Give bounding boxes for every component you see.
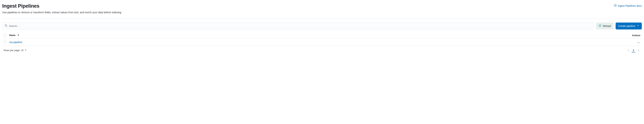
reload-label: Reload [603, 24, 611, 27]
table-header-row: Name Actions [2, 32, 642, 39]
chevron-down-icon [637, 24, 639, 27]
dot-icon [639, 42, 640, 43]
search-input[interactable] [8, 23, 592, 29]
svg-point-0 [614, 4, 616, 7]
svg-line-3 [6, 26, 7, 27]
page-title: Ingest Pipelines [2, 3, 39, 9]
row-actions-menu[interactable] [636, 42, 640, 44]
prev-page-button[interactable] [626, 49, 630, 52]
column-name-label: Name [9, 34, 16, 36]
question-circle-icon [614, 4, 617, 7]
pipeline-name-link[interactable]: my-pipeline [9, 41, 22, 44]
divider [2, 19, 642, 19]
table-footer: Rows per page: 10 1 [2, 46, 642, 53]
svg-point-2 [5, 24, 7, 26]
row-checkbox[interactable] [4, 41, 6, 43]
create-label: Create pipeline [618, 24, 635, 27]
select-all-checkbox[interactable] [4, 34, 6, 36]
rows-per-page-selector[interactable]: Rows per page: 10 [4, 49, 26, 52]
docs-link-label: Ingest Pipelines docs [618, 4, 642, 7]
search-icon [4, 24, 8, 28]
reload-button[interactable]: Reload [596, 22, 613, 29]
pagination: 1 [626, 48, 640, 52]
docs-link[interactable]: Ingest Pipelines docs [614, 4, 642, 7]
refresh-icon [598, 24, 601, 28]
create-pipeline-button[interactable]: Create pipeline [616, 22, 642, 29]
next-page-button[interactable] [637, 49, 640, 52]
column-header-name[interactable]: Name [8, 32, 380, 39]
table-row: my-pipeline [2, 38, 642, 46]
rows-per-page-label: Rows per page: 10 [4, 49, 24, 52]
sort-asc-icon [17, 34, 19, 37]
toolbar: Reload Create pipeline [2, 22, 642, 29]
chevron-down-icon [24, 49, 26, 52]
dot-icon [637, 42, 638, 43]
dot-icon [638, 42, 639, 43]
page-description: Use pipelines to remove or transform fie… [2, 10, 642, 14]
search-field-wrap[interactable] [2, 22, 594, 29]
pipelines-table: Name Actions my-pipeline [2, 32, 642, 46]
svg-point-1 [615, 6, 615, 6]
column-header-actions: Actions [380, 32, 642, 39]
page-number-current[interactable]: 1 [632, 48, 635, 52]
